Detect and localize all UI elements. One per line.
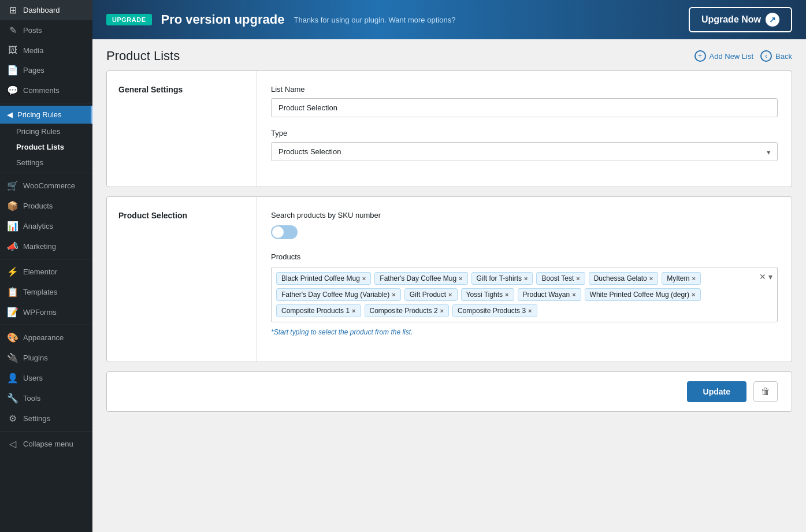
general-settings-sidebar: General Settings: [107, 71, 257, 187]
tag-remove-button[interactable]: ×: [572, 292, 575, 298]
tag-remove-button[interactable]: ×: [392, 292, 395, 298]
tags-actions: ✕ ▾: [759, 272, 772, 281]
list-item: Boost Test×: [536, 272, 585, 285]
product-selection-sidebar: Product Selection: [107, 197, 257, 362]
type-group: Type Products Selection Categories Selec…: [271, 129, 778, 161]
list-name-group: List Name: [271, 85, 778, 117]
product-selection-card: Product Selection Search products by SKU…: [106, 196, 792, 362]
appearance-icon: 🎨: [7, 332, 18, 343]
list-item: Father's Day Coffee Mug (Variable)×: [276, 288, 401, 301]
woocommerce-icon: 🛒: [7, 180, 18, 191]
page-title: Product Lists: [106, 49, 180, 64]
sidebar-item-templates[interactable]: 📋 Templates: [0, 282, 92, 302]
sidebar-item-posts[interactable]: ✎ Posts: [0, 20, 92, 40]
list-item: Yossi Tights×: [461, 288, 514, 301]
sidebar-item-appearance[interactable]: 🎨 Appearance: [0, 328, 92, 348]
list-item: Composite Products 1×: [276, 304, 361, 317]
comments-icon: 💬: [7, 85, 18, 96]
search-sku-group: Search products by SKU number: [271, 211, 778, 241]
page-header: Product Lists + Add New List ‹ Back: [92, 39, 806, 70]
list-item: Product Wayan×: [518, 288, 581, 301]
sidebar-item-tools[interactable]: 🔧 Tools: [0, 388, 92, 408]
sidebar-sub-pricing-rules[interactable]: Pricing Rules: [0, 124, 92, 139]
type-select[interactable]: Products Selection Categories Selection …: [271, 142, 778, 161]
settings-icon: ⚙: [7, 413, 18, 424]
sidebar-item-woocommerce[interactable]: 🛒 WooCommerce: [0, 176, 92, 196]
tag-remove-button[interactable]: ×: [459, 276, 462, 282]
products-icon: 📦: [7, 200, 18, 211]
products-group: Products Black Printed Coffee Mug×Father…: [271, 252, 778, 336]
dashboard-icon: ⊞: [7, 5, 18, 16]
list-item: Composite Products 2×: [365, 304, 450, 317]
type-select-wrapper: Products Selection Categories Selection …: [271, 142, 778, 161]
sidebar-item-comments[interactable]: 💬 Comments: [0, 80, 92, 101]
tag-remove-button[interactable]: ×: [505, 292, 508, 298]
sidebar-item-media[interactable]: 🖼 Media: [0, 40, 92, 60]
products-tags-container[interactable]: Black Printed Coffee Mug×Father's Day Co…: [271, 267, 778, 322]
upgrade-now-label: Upgrade Now: [701, 14, 761, 25]
general-settings-body: List Name Type Products Selection Catego…: [257, 71, 792, 187]
add-icon: +: [694, 50, 706, 62]
back-button[interactable]: ‹ Back: [760, 50, 792, 62]
general-settings-card: General Settings List Name Type Products…: [106, 70, 792, 187]
delete-button[interactable]: 🗑: [753, 381, 778, 402]
sidebar-item-settings[interactable]: ⚙ Settings: [0, 408, 92, 429]
tags-clear-button[interactable]: ✕: [759, 272, 766, 281]
tag-remove-button[interactable]: ×: [692, 276, 696, 282]
tag-remove-button[interactable]: ×: [524, 276, 528, 282]
tag-remove-button[interactable]: ×: [362, 276, 366, 282]
list-item: Father's Day Coffee Mug×: [374, 272, 467, 285]
sidebar-item-analytics[interactable]: 📊 Analytics: [0, 216, 92, 236]
wpforms-icon: 📝: [7, 307, 18, 318]
upgrade-title: Pro version upgrade: [161, 12, 285, 27]
sidebar-item-pages[interactable]: 📄 Pages: [0, 60, 92, 80]
products-label: Products: [271, 252, 778, 261]
tag-remove-button[interactable]: ×: [576, 276, 580, 282]
page-actions: + Add New List ‹ Back: [694, 50, 793, 62]
tag-remove-button[interactable]: ×: [649, 276, 653, 282]
sidebar-sub-settings[interactable]: Settings: [0, 155, 92, 170]
tag-remove-button[interactable]: ×: [352, 308, 355, 314]
elementor-icon: ⚡: [7, 266, 18, 277]
analytics-icon: 📊: [7, 221, 18, 232]
product-selection-body: Search products by SKU number Products B…: [257, 197, 792, 362]
tools-icon: 🔧: [7, 393, 18, 404]
update-button[interactable]: Update: [687, 381, 746, 402]
sidebar-item-dashboard[interactable]: ⊞ Dashboard: [0, 0, 92, 20]
sidebar-collapse[interactable]: ◁ Collapse menu: [0, 434, 92, 454]
sidebar-item-users[interactable]: 👤 Users: [0, 368, 92, 388]
delete-icon: 🗑: [761, 386, 770, 396]
tag-remove-button[interactable]: ×: [692, 292, 695, 298]
sidebar-sub-product-lists[interactable]: Product Lists: [0, 139, 92, 155]
sidebar-item-wpforms[interactable]: 📝 WPForms: [0, 302, 92, 322]
sidebar-item-elementor[interactable]: ⚡ Elementor: [0, 262, 92, 282]
add-new-list-button[interactable]: + Add New List: [694, 50, 754, 62]
plugins-icon: 🔌: [7, 352, 18, 363]
templates-icon: 📋: [7, 287, 18, 297]
list-name-input[interactable]: [271, 98, 778, 117]
list-item: MyItem×: [662, 272, 701, 285]
pages-icon: 📄: [7, 65, 18, 76]
main-content: UPGRADE Pro version upgrade Thanks for u…: [92, 0, 806, 532]
list-item: Composite Products 3×: [452, 304, 537, 317]
sidebar-item-plugins[interactable]: 🔌 Plugins: [0, 348, 92, 368]
tags-dropdown-button[interactable]: ▾: [768, 272, 772, 281]
tag-remove-button[interactable]: ×: [440, 308, 444, 314]
back-icon: ‹: [760, 50, 772, 62]
sidebar-item-products[interactable]: 📦 Products: [0, 196, 92, 216]
tag-remove-button[interactable]: ×: [448, 292, 452, 298]
general-settings-title: General Settings: [118, 85, 245, 94]
type-label: Type: [271, 129, 778, 137]
users-icon: 👤: [7, 373, 18, 384]
search-sku-toggle[interactable]: [271, 225, 298, 239]
sidebar-item-pricing-rules[interactable]: ◀ Pricing Rules: [0, 106, 92, 124]
tag-remove-button[interactable]: ×: [528, 308, 532, 314]
sidebar-item-marketing[interactable]: 📣 Marketing: [0, 236, 92, 256]
upgrade-badge: UPGRADE: [106, 14, 152, 25]
pricing-rules-icon: ◀: [7, 110, 13, 119]
posts-icon: ✎: [7, 25, 18, 36]
upgrade-arrow-icon: ↗: [766, 13, 779, 27]
collapse-icon: ◁: [7, 438, 18, 449]
upgrade-now-button[interactable]: Upgrade Now ↗: [689, 7, 792, 32]
marketing-icon: 📣: [7, 241, 18, 252]
